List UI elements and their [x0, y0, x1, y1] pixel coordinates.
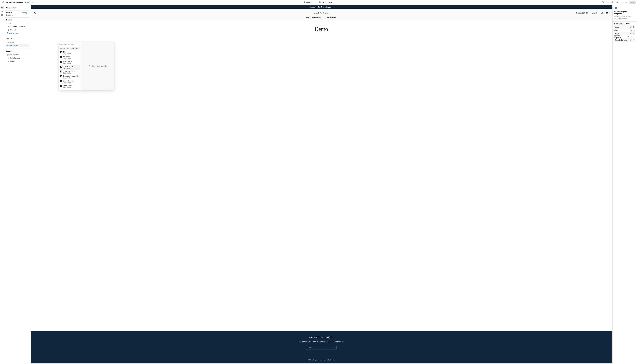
chevron-down-icon: ▾ — [313, 2, 314, 3]
keyboard-key: Y — [633, 29, 635, 32]
keyboard-key: I — [633, 36, 635, 38]
section-preview-pane: No preview available — [81, 42, 114, 90]
svg-point-23 — [34, 12, 36, 14]
plus-circle-icon — [7, 32, 8, 34]
nav-demo-catalogue[interactable]: DEMO CATALOGUE — [305, 16, 322, 18]
exit-editor-icon[interactable] — [1, 0, 5, 4]
preview-store-link[interactable]: Demo — [5, 14, 29, 18]
theme-name: Sense - Main Theme — [6, 1, 23, 4]
preview-row: Preview Change — [5, 12, 29, 14]
footer-subtext: Join our email list for exclusive offers… — [30, 340, 612, 342]
inspector-toggle-icon[interactable] — [601, 0, 605, 4]
status-dot-icon — [25, 2, 26, 3]
tab-sections[interactable]: Sections18 — [60, 47, 70, 50]
settings-rail-icon[interactable] — [0, 10, 4, 13]
svg-rect-27 — [614, 7, 617, 8]
section-option[interactable]: ⬢News TickerSnap Blocks — [60, 84, 80, 89]
fullscreen-view-icon[interactable] — [615, 0, 618, 4]
footer-icon: ▦ — [8, 60, 10, 62]
svg-point-24 — [602, 12, 602, 13]
search-icon — [60, 44, 62, 45]
customize-desc: Select a section or block in the sidebar… — [614, 15, 635, 20]
svg-rect-7 — [607, 2, 608, 3]
svg-rect-5 — [602, 2, 602, 2]
copyright-text: © 2024, Seapixel Demo Powered by Shopify — [30, 359, 612, 361]
mail-icon: ✉ — [8, 57, 10, 59]
tree-item-email-signup[interactable]: ▸ ✉ Email signup — [5, 56, 29, 60]
svg-rect-11 — [617, 2, 618, 3]
add-section-template[interactable]: Add section — [5, 44, 29, 47]
paint-icon — [304, 1, 306, 3]
email-input[interactable] — [308, 347, 333, 349]
search-icon[interactable] — [34, 12, 36, 14]
template-selector[interactable]: Default page ▾ — [318, 0, 334, 4]
app-logo-icon: ⬢ — [60, 85, 62, 87]
tree-item-apps[interactable]: ▸ ▤ Apps — [5, 22, 29, 25]
keyboard-key: S — [632, 32, 634, 35]
section-option[interactable]: ⬢Countdown TimerSnap Blocks — [60, 70, 80, 74]
group-template: Template — [5, 36, 29, 41]
sections-large-icon — [614, 6, 635, 10]
viewport-selector[interactable]: Default ▾ — [302, 0, 314, 4]
section-option[interactable]: ⬢Collections ListSnap Blocks — [60, 65, 80, 70]
section-option[interactable]: ⬢Draggable Image StripSnap Blocks — [60, 74, 80, 79]
undo-icon[interactable] — [620, 0, 623, 4]
app-logo-icon: ⬢ — [60, 61, 62, 63]
submit-arrow-icon[interactable]: → — [333, 347, 335, 349]
email-signup-field[interactable]: → — [306, 346, 336, 350]
app-logo-icon: ⬢ — [60, 80, 62, 82]
redo-icon — [624, 0, 628, 4]
page-icon — [319, 1, 321, 3]
group-footer: Footer — [5, 49, 29, 53]
app-logo-icon: ⬢ — [60, 75, 62, 77]
store-logo[interactable]: SEAPIXEL — [226, 12, 417, 14]
sections-rail-icon[interactable] — [0, 6, 4, 9]
section-search-input[interactable] — [60, 43, 80, 46]
keyboard-key: ⌘ — [627, 36, 629, 38]
apps-rail-icon[interactable] — [0, 14, 4, 17]
section-tabs: Sections18 Apps10 — [60, 47, 80, 50]
header-icon: ▦ — [8, 29, 10, 31]
add-section-header[interactable]: Add section — [5, 32, 29, 35]
no-preview-icon — [88, 65, 90, 67]
section-list[interactable]: ⬢404Snap Blocks⬢AccordionSnap Blocks⬢Aut… — [60, 50, 80, 90]
section-option[interactable]: ⬢AccordionSnap Blocks — [60, 55, 80, 60]
svg-point-2 — [33, 2, 34, 2]
region-selector[interactable]: Greece | EUR € ▾ — [576, 12, 590, 14]
tab-apps[interactable]: Apps10 — [70, 47, 80, 50]
chevron-down-icon: ▾ — [337, 17, 338, 18]
app-logo-icon: ⬢ — [60, 56, 62, 58]
chevron-right-icon: ▸ — [5, 29, 7, 31]
add-section-footer[interactable]: Add section — [5, 53, 29, 56]
section-picker-popover: Sections18 Apps10 ⬢404Snap Blocks⬢Accord… — [58, 42, 114, 90]
store-footer: Join our mailing list Join our email lis… — [30, 331, 612, 364]
more-actions-icon[interactable] — [32, 0, 35, 4]
keyboard-key: ⌘ — [629, 32, 632, 35]
account-icon[interactable] — [601, 12, 604, 14]
hidden-icon[interactable] — [26, 22, 28, 24]
store-header: SEAPIXEL Greece | EUR € ▾ English ▾ DEMO… — [30, 8, 612, 20]
svg-rect-14 — [1, 8, 3, 8]
tree-item-page[interactable]: ▥ Page — [5, 41, 29, 44]
tree-item-footer[interactable]: ▸ ▦ Footer — [5, 60, 29, 63]
announcement-bar[interactable]: Introducing Our Newest Apps → — [30, 5, 612, 8]
group-header: Header — [5, 18, 29, 22]
change-preview-link[interactable]: Change — [22, 12, 28, 14]
mobile-view-icon[interactable] — [610, 0, 614, 4]
tree-item-announcement[interactable]: ▸ ▭ Announcement bar — [5, 25, 29, 28]
section-option[interactable]: ⬢Shoppable VideosSnap Blocks — [60, 89, 80, 90]
live-status-badge: Live — [24, 1, 30, 4]
language-selector[interactable]: English ▾ — [592, 12, 598, 14]
desktop-view-icon[interactable] — [606, 0, 609, 4]
section-option[interactable]: ⬢Image CompareSnap Blocks — [60, 80, 80, 84]
tree-item-header[interactable]: ▸ ▦ Header — [5, 28, 29, 32]
chevron-right-icon: ▸ — [5, 60, 7, 62]
layout-icon: ▤ — [8, 22, 10, 24]
layers-sidebar: Default page Preview Change Demo Header … — [4, 5, 30, 364]
nav-app-demos[interactable]: APP DEMOS ▾ — [326, 16, 338, 18]
section-option[interactable]: ⬢Auto ScrollerSnap Blocks — [60, 60, 80, 65]
cart-icon[interactable] — [606, 12, 608, 14]
svg-point-16 — [1, 14, 2, 15]
svg-point-17 — [2, 14, 3, 15]
section-option[interactable]: ⬢404Snap Blocks — [60, 50, 80, 55]
